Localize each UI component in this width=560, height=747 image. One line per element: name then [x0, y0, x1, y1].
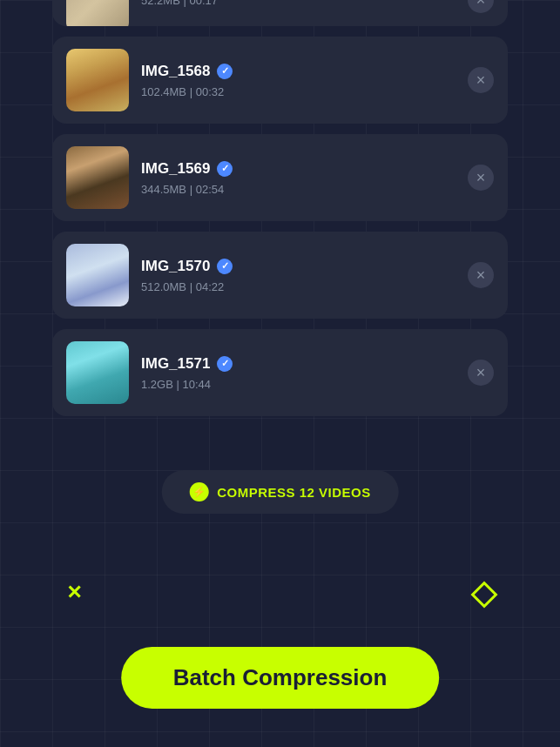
video-meta-partial: 52.2MB | 00:17 — [141, 0, 455, 7]
video-name-1568: IMG_1568 — [141, 63, 210, 80]
remove-button-1568[interactable] — [468, 67, 494, 93]
video-card-1568: IMG_1568 102.4MB | 00:32 — [52, 37, 508, 124]
check-icon-1570 — [217, 259, 233, 274]
compress-button[interactable]: COMPRESS 12 VIDEOS — [161, 470, 399, 514]
video-meta-1568: 102.4MB | 00:32 — [141, 85, 455, 98]
video-thumbnail-1570 — [66, 244, 129, 306]
deco-x-icon: ✕ — [66, 582, 82, 604]
remove-button-1569[interactable] — [468, 165, 494, 191]
remove-button-partial[interactable] — [468, 0, 494, 13]
compress-icon — [189, 482, 208, 501]
check-icon-1568 — [217, 64, 233, 79]
main-cta-label: Batch Compression — [173, 664, 388, 690]
remove-button-1570[interactable] — [468, 262, 494, 288]
video-thumbnail-partial — [66, 0, 129, 26]
video-name-1569: IMG_1569 — [141, 160, 210, 178]
video-thumbnail-1569 — [66, 146, 129, 209]
video-card-partial: 52.2MB | 00:17 — [52, 0, 508, 26]
compress-button-label: COMPRESS 12 VIDEOS — [217, 485, 371, 500]
check-icon-1569 — [217, 161, 233, 177]
video-info-1568: IMG_1568 102.4MB | 00:32 — [141, 63, 455, 98]
video-info-partial: 52.2MB | 00:17 — [141, 0, 455, 7]
video-card-1569: IMG_1569 344.5MB | 02:54 — [52, 134, 508, 221]
video-meta-1569: 344.5MB | 02:54 — [141, 183, 455, 196]
main-cta-button[interactable]: Batch Compression — [121, 647, 440, 709]
video-info-1570: IMG_1570 512.0MB | 04:22 — [141, 258, 455, 293]
video-thumbnail-1571 — [66, 341, 129, 404]
video-name-1570: IMG_1570 — [141, 258, 210, 275]
compress-button-container: COMPRESS 12 VIDEOS — [161, 470, 399, 514]
remove-button-1571[interactable] — [468, 360, 494, 386]
video-name-1571: IMG_1571 — [141, 355, 210, 373]
video-info-1571: IMG_1571 1.2GB | 10:44 — [141, 355, 455, 391]
check-icon-1571 — [217, 356, 233, 372]
video-meta-1570: 512.0MB | 04:22 — [141, 280, 455, 293]
video-card-1571: IMG_1571 1.2GB | 10:44 — [52, 329, 508, 416]
video-thumbnail-1568 — [66, 49, 129, 111]
video-card-1570: IMG_1570 512.0MB | 04:22 — [52, 232, 508, 319]
deco-diamond-icon — [470, 581, 497, 608]
video-info-1569: IMG_1569 344.5MB | 02:54 — [141, 160, 455, 196]
video-meta-1571: 1.2GB | 10:44 — [141, 378, 455, 391]
